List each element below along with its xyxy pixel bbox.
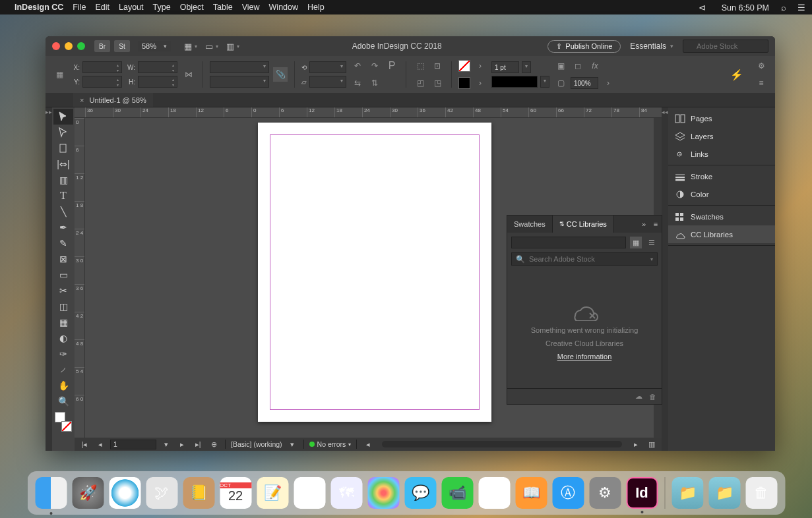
dock-contacts[interactable]: 📒 (183, 477, 214, 509)
w-field[interactable]: ▴▾ (138, 61, 177, 73)
cc-libraries-tab[interactable]: ⇅CC Libraries (553, 216, 614, 233)
direct-selection-tool[interactable] (53, 125, 73, 140)
rectangle-tool[interactable]: ▭ (53, 267, 73, 283)
fx-icon[interactable]: fx (588, 59, 602, 73)
opacity-field[interactable]: 100% (571, 77, 598, 89)
note-tool[interactable]: ✑ (53, 346, 73, 362)
dock-launchpad[interactable]: 🚀 (72, 477, 104, 509)
window-zoom-button[interactable] (77, 42, 85, 50)
dock-indesign[interactable]: Id (626, 477, 658, 509)
page-tool[interactable] (53, 140, 73, 156)
pencil-tool[interactable]: ✎ (53, 235, 73, 251)
panel-layers[interactable]: Layers (668, 127, 775, 145)
panel-stroke[interactable]: Stroke (668, 167, 775, 185)
control-menu-icon[interactable]: ≡ (754, 76, 768, 90)
stroke-swatch[interactable] (458, 77, 470, 89)
prev-page-button[interactable]: ◂ (94, 440, 106, 448)
stroke-weight-field[interactable]: 1 pt (491, 61, 519, 73)
vertical-ruler[interactable]: 061 21 82 43 03 64 24 85 46 0 (75, 118, 85, 438)
frame-fit-icon[interactable]: ▣ (553, 59, 568, 73)
next-page-button[interactable]: ▸ (176, 440, 188, 448)
panel-cc-libraries[interactable]: CC Libraries (668, 225, 775, 243)
quick-apply-icon[interactable]: ⚡ (730, 69, 743, 81)
more-information-link[interactable]: More information (557, 353, 612, 360)
select-next-icon[interactable]: ◳ (430, 76, 445, 90)
menu-help[interactable]: Help (307, 3, 325, 12)
reference-point-icon[interactable]: ▦ (52, 67, 67, 82)
dock-downloads-folder[interactable]: 📁 (708, 477, 740, 509)
workspace-switcher[interactable]: Essentials▾ (630, 42, 673, 51)
page[interactable] (258, 123, 491, 422)
dock-mail[interactable]: 🕊 (146, 477, 177, 509)
screen-mode-icon[interactable]: ▭ (204, 40, 220, 53)
content-collector-tool[interactable]: ▥ (53, 172, 73, 188)
menu-extras-icon[interactable]: ☰ (797, 3, 805, 13)
swatches-tab[interactable]: Swatches (507, 216, 553, 233)
horizontal-ruler[interactable]: 363024181260612182430364248546066727884 (75, 107, 662, 118)
page-number-field[interactable]: 1 (110, 440, 156, 449)
zoom-tool-icon[interactable]: 🔍 (53, 393, 73, 409)
constrain-proportions-icon[interactable]: ⋈ (181, 67, 196, 82)
preset-menu[interactable]: ▾ (286, 440, 298, 448)
preset-label[interactable]: [Basic] (working) (231, 440, 282, 448)
dock-reminders[interactable]: ☑ (294, 477, 325, 509)
dock-photos[interactable] (367, 477, 399, 509)
line-tool[interactable]: ╲ (53, 204, 73, 219)
menu-object[interactable]: Object (180, 3, 204, 12)
flip-h-icon[interactable]: ⇆ (350, 76, 365, 90)
preflight-status[interactable]: No errors▾ (309, 440, 352, 448)
dock-notes[interactable]: 📝 (257, 477, 288, 509)
fill-swatch[interactable] (458, 60, 470, 72)
select-container-icon[interactable]: ⬚ (413, 59, 427, 73)
gap-tool[interactable]: |⇔| (53, 156, 73, 172)
x-field[interactable]: ▴▾ (82, 61, 122, 73)
stroke-weight-menu[interactable] (522, 61, 531, 73)
arrange-documents-icon[interactable]: ▥ (225, 40, 241, 53)
panel-pages[interactable]: Pages (668, 109, 775, 127)
rotation-field[interactable] (309, 61, 346, 73)
p-icon[interactable]: P (385, 59, 399, 73)
attachment-icon[interactable]: 📎 (273, 67, 288, 82)
y-field[interactable]: ▴▾ (82, 76, 122, 88)
control-settings-icon[interactable]: ⚙ (754, 59, 768, 73)
select-prev-icon[interactable]: ◰ (413, 76, 427, 90)
gradient-swatch-tool[interactable]: ▦ (53, 314, 73, 330)
hand-tool[interactable]: ✋ (53, 378, 73, 393)
spotlight-icon[interactable]: ⌕ (781, 3, 786, 13)
menu-type[interactable]: Type (153, 3, 171, 12)
stroke-style-field[interactable] (491, 76, 538, 88)
scale-x-field[interactable] (210, 61, 269, 73)
page-menu[interactable]: ▾ (160, 440, 172, 448)
menu-table[interactable]: Table (213, 3, 233, 12)
rotate-ccw-icon[interactable]: ↶ (350, 59, 365, 73)
cloud-sync-icon[interactable]: ☁ (635, 392, 642, 401)
panel-swatches[interactable]: Swatches (668, 208, 775, 225)
bridge-button[interactable]: Br (94, 40, 110, 52)
dock-system-preferences[interactable]: ⚙ (589, 477, 621, 509)
notifications-icon[interactable]: ⊲ (699, 3, 706, 13)
collapse-panel-icon[interactable]: » (638, 218, 650, 230)
dock-facetime[interactable]: 📹 (441, 477, 473, 509)
frame-center-icon[interactable]: ◻ (571, 59, 585, 73)
adobe-stock-search-input[interactable] (683, 40, 768, 53)
free-transform-tool[interactable]: ◫ (53, 299, 73, 314)
left-dock-handle[interactable]: ▸▸ (46, 107, 52, 451)
h-field[interactable]: ▴▾ (138, 76, 177, 88)
scale-y-field[interactable] (210, 76, 269, 88)
select-content-icon[interactable]: ⊡ (430, 59, 445, 73)
drop-shadow-icon[interactable]: ▢ (553, 76, 568, 90)
document-tab[interactable]: × Untitled-1 @ 58% (73, 93, 153, 107)
panel-links[interactable]: Links (668, 145, 775, 163)
horizontal-scrollbar[interactable] (382, 441, 622, 447)
dock-messages[interactable]: 💬 (404, 477, 436, 509)
window-close-button[interactable] (52, 42, 60, 50)
menu-file[interactable]: File (73, 3, 86, 12)
dock-itunes[interactable]: ♪ (478, 477, 510, 509)
grid-view-icon[interactable]: ▦ (630, 237, 642, 248)
dock-trash[interactable]: 🗑 (745, 477, 777, 509)
open-dialog-icon[interactable]: ⊕ (208, 440, 220, 448)
app-name[interactable]: InDesign CC (15, 3, 63, 12)
library-select[interactable] (511, 237, 626, 248)
rectangle-frame-tool[interactable]: ⊠ (53, 251, 73, 267)
dock-ibooks[interactable]: 📖 (515, 477, 547, 509)
